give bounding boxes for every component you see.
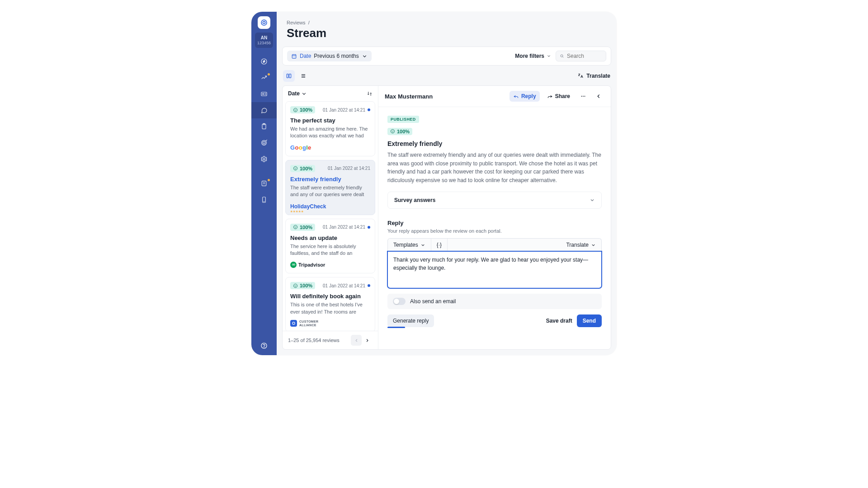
date-filter-chip[interactable]: Date Previous 6 months (287, 51, 372, 61)
status-badge: PUBLISHED (387, 116, 419, 123)
date-filter-value: Previous 6 months (314, 53, 359, 59)
unread-dot-icon (368, 226, 370, 229)
card-date: 01 Jan 2022 at 14:21 (323, 108, 370, 113)
share-button[interactable]: Share (543, 91, 574, 102)
tenant-badge[interactable]: AN 123456 (255, 33, 273, 48)
source-customeralliance-icon: CUSTOMERALLIANCE (290, 319, 370, 327)
reply-icon (513, 94, 519, 99)
app-logo[interactable] (258, 16, 270, 29)
review-card[interactable]: 100% 01 Jan 2022 at 14:21 Extremely frie… (285, 160, 375, 215)
nav-settings[interactable] (251, 151, 277, 167)
breadcrumb-sep: / (308, 20, 310, 25)
card-preview: The service here is absolutely faultless… (290, 243, 370, 257)
chevron-down-icon (301, 91, 307, 97)
breadcrumb-parent[interactable]: Reviews (287, 20, 306, 25)
detail-header: Max Mustermann Reply Share (378, 86, 611, 107)
survey-answers-toggle[interactable]: Survey answers (387, 192, 602, 209)
review-detail-pane: Max Mustermann Reply Share PUBLISHED (378, 86, 611, 349)
card-title: Extremely friendly (290, 176, 370, 183)
nav-reviews[interactable] (251, 102, 277, 118)
nav-help[interactable] (251, 336, 277, 355)
nav-analytics[interactable] (251, 70, 277, 86)
reply-toolbar: Templates {·} Translate (387, 238, 602, 251)
source-tripadvisor-icon: Tripadvisor (290, 260, 370, 268)
pagination-text: 1–25 of 25,954 reviews (288, 338, 340, 343)
svg-rect-4 (261, 92, 267, 96)
source-google-icon: Google (290, 143, 370, 151)
svg-rect-27 (287, 74, 288, 78)
page-title: Stream (277, 25, 617, 47)
translate-button[interactable]: Translate (577, 73, 610, 79)
reply-textarea[interactable] (387, 251, 602, 288)
content-pane: Date 100% 01 Jan 2022 at 14:21 The perfe… (282, 85, 611, 350)
smile-icon (293, 225, 298, 230)
svg-point-10 (262, 141, 267, 145)
view-split-button[interactable] (283, 70, 295, 82)
save-draft-button[interactable]: Save draft (546, 318, 572, 324)
page-prev-button[interactable] (351, 335, 362, 346)
svg-rect-21 (292, 54, 296, 58)
dots-icon (580, 93, 586, 99)
smile-icon (293, 283, 298, 288)
svg-point-52 (392, 131, 392, 131)
page-next-button[interactable] (362, 335, 373, 346)
filters-bar: Date Previous 6 months More filters (282, 47, 611, 66)
search-field[interactable] (556, 51, 606, 61)
nav-compass[interactable] (251, 53, 277, 70)
translate-icon (577, 73, 584, 79)
svg-point-46 (292, 322, 295, 324)
email-toggle[interactable] (393, 298, 406, 305)
tenant-code: AN (255, 35, 273, 40)
more-filters-button[interactable]: More filters (515, 53, 551, 59)
svg-point-51 (391, 129, 394, 133)
templates-dropdown[interactable]: Templates (388, 239, 431, 251)
card-date: 01 Jan 2022 at 14:21 (328, 166, 370, 171)
email-toggle-row: Also send an email (387, 294, 602, 309)
review-card[interactable]: 100% 01 Jan 2022 at 14:21 Needs an updat… (285, 219, 375, 274)
source-holidaycheck-icon: HolidayCheck★★★★★ (290, 202, 370, 210)
card-preview: The staff were extremely friendly and an… (290, 184, 370, 198)
svg-point-11 (263, 141, 265, 144)
svg-point-1 (263, 21, 265, 23)
view-list-button[interactable] (297, 70, 309, 82)
app-frame: AN 123456 Reviews / Stream Date (251, 12, 617, 355)
svg-point-25 (561, 55, 563, 57)
smile-icon (390, 129, 395, 134)
reply-translate-dropdown[interactable]: Translate (561, 239, 601, 251)
review-card[interactable]: 100% 01 Jan 2022 at 14:21 Will definitel… (285, 277, 375, 331)
svg-point-35 (293, 167, 297, 170)
chevron-down-icon (547, 54, 551, 58)
card-title: The perfect stay (290, 117, 370, 124)
collapse-button[interactable] (593, 90, 604, 102)
sidebar: AN 123456 (251, 12, 277, 355)
chevron-down-icon (590, 197, 595, 203)
reply-section: Reply Your reply appears below the revie… (387, 220, 602, 327)
svg-rect-28 (289, 74, 291, 78)
nav-id-card[interactable] (251, 86, 277, 102)
svg-point-13 (263, 158, 265, 160)
search-input[interactable] (567, 53, 602, 59)
send-button[interactable]: Send (577, 314, 602, 327)
score-badge: 100% (290, 282, 315, 289)
reply-button[interactable]: Reply (509, 91, 540, 102)
nav-target[interactable] (251, 135, 277, 151)
generate-reply-button[interactable]: Generate reply (387, 314, 434, 327)
svg-point-36 (295, 168, 295, 169)
sort-direction-icon[interactable] (367, 91, 373, 97)
review-card[interactable]: 100% 01 Jan 2022 at 14:21 The perfect st… (285, 101, 375, 156)
svg-point-42 (293, 264, 295, 265)
notification-dot-icon (268, 179, 270, 181)
svg-point-0 (261, 20, 267, 25)
nav-mobile[interactable] (251, 192, 277, 208)
more-menu-button[interactable] (577, 90, 589, 102)
view-bar: Translate (277, 66, 617, 85)
sort-control[interactable]: Date (283, 86, 378, 101)
nav-clipboard[interactable] (251, 118, 277, 135)
chevron-left-icon (595, 93, 602, 99)
score-badge: 100% (387, 128, 412, 135)
nav-notes[interactable] (251, 175, 277, 192)
svg-point-50 (585, 96, 585, 97)
sidebar-items (251, 53, 277, 208)
reviewer-name: Max Mustermann (385, 93, 433, 100)
insert-placeholder-button[interactable]: {·} (431, 239, 448, 251)
